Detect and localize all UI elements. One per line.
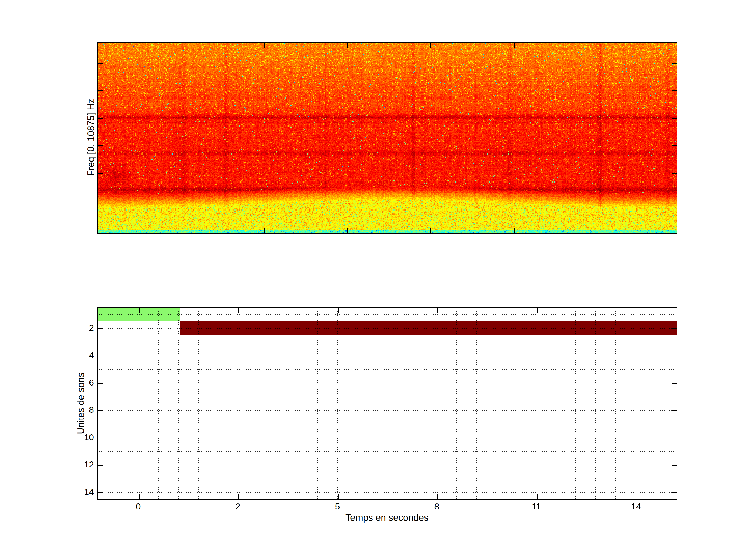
y-axis-tick — [98, 410, 103, 411]
spectrogram-y-tick — [671, 201, 677, 202]
y-axis-tick — [98, 328, 103, 329]
x-axis-tick — [139, 494, 139, 499]
x-axis-tick — [338, 494, 339, 499]
x-axis-tick — [238, 494, 239, 499]
x-axis-tick — [637, 494, 637, 499]
spectrogram-y-tick — [671, 63, 677, 63]
spectrogram-y-tick — [98, 145, 103, 146]
spectrogram-x-tick — [514, 228, 515, 233]
spectrogram-y-tick — [98, 118, 103, 119]
spectrogram-x-tick — [181, 228, 181, 233]
y-axis-tick — [671, 356, 677, 356]
spectrogram-x-tick — [514, 43, 515, 48]
x-axis-tick — [437, 494, 438, 499]
spectrogram-x-tick — [347, 43, 348, 48]
x-axis-tick — [238, 308, 239, 313]
spectrogram-tick-marks — [98, 43, 677, 233]
x-tick-label: 8 — [434, 501, 439, 511]
y-axis-tick — [671, 465, 677, 465]
x-axis-tick — [637, 308, 637, 313]
y-tick-label: 10 — [66, 432, 94, 442]
spectrogram-x-tick — [181, 43, 181, 48]
spectrogram-x-tick — [598, 43, 598, 48]
x-axis-tick — [537, 308, 538, 313]
spectrogram-x-tick — [264, 228, 265, 233]
x-tick-label: 0 — [136, 501, 141, 511]
y-axis-tick — [98, 383, 103, 384]
sound-units-axes — [97, 307, 677, 500]
x-tick-label: 11 — [532, 501, 541, 511]
y-tick-label: 2 — [66, 323, 94, 333]
spectrogram-y-tick — [98, 201, 103, 202]
x-tick-label: 2 — [235, 501, 240, 511]
y-axis-tick — [671, 492, 677, 493]
spectrogram-y-tick — [98, 90, 103, 91]
gantt-xlabel: Temps en secondes — [345, 512, 429, 523]
spectrogram-x-tick — [430, 43, 431, 48]
spectrogram-y-tick — [98, 173, 103, 174]
spectrogram-x-tick — [598, 228, 598, 233]
y-tick-label: 4 — [66, 350, 94, 361]
spectrogram-x-tick — [430, 228, 431, 233]
spectrogram-axes — [97, 42, 677, 234]
y-tick-label: 6 — [66, 377, 94, 388]
y-axis-tick — [671, 410, 677, 411]
y-axis-tick — [98, 465, 103, 465]
x-axis-tick — [338, 308, 339, 313]
spectrogram-x-tick — [347, 228, 348, 233]
spectrogram-x-tick — [264, 43, 265, 48]
y-axis-tick — [98, 492, 103, 493]
y-tick-label: 14 — [66, 487, 94, 497]
x-axis-tick — [437, 308, 438, 313]
y-tick-label: 12 — [66, 459, 94, 470]
axis-tick-marks — [98, 308, 677, 499]
y-axis-tick — [671, 328, 677, 329]
spectrogram-y-tick — [671, 145, 677, 146]
x-axis-tick — [139, 308, 139, 313]
matlab-figure: Freq [0, 10875] Hz Unites de sons Temps … — [0, 0, 747, 560]
spectrogram-y-tick — [98, 63, 103, 63]
spectrogram-y-tick — [671, 118, 677, 119]
y-tick-label: 8 — [66, 405, 94, 415]
x-axis-tick — [537, 494, 538, 499]
spectrogram-ylabel: Freq [0, 10875] Hz — [85, 99, 97, 176]
x-tick-label: 5 — [335, 501, 340, 511]
y-axis-tick — [98, 356, 103, 356]
x-tick-label: 14 — [631, 501, 641, 511]
y-axis-tick — [98, 437, 103, 438]
spectrogram-y-tick — [671, 90, 677, 91]
y-axis-tick — [671, 383, 677, 384]
spectrogram-y-tick — [671, 173, 677, 174]
y-axis-tick — [671, 437, 677, 438]
